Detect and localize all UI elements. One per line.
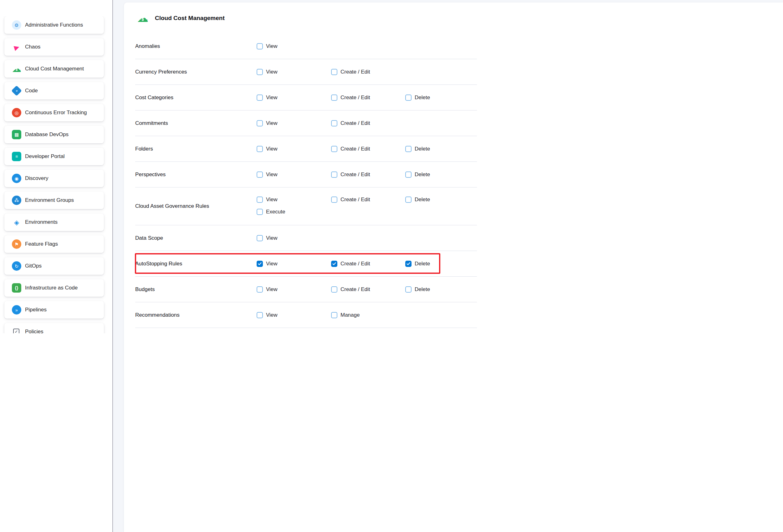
checkbox-unchecked-icon[interactable]: [331, 286, 337, 292]
checkbox-unchecked-icon[interactable]: [405, 171, 411, 178]
pipelines-icon: »: [12, 305, 21, 314]
page-title: Cloud Cost Management: [155, 15, 225, 22]
permission-delete[interactable]: Delete: [405, 261, 477, 267]
infrastructure-as-code-icon: {}: [12, 283, 21, 292]
sidebar-item-environment-groups[interactable]: ⁂Environment Groups: [4, 191, 104, 209]
sidebar-item-continuous-error-tracking[interactable]: ◎Continuous Error Tracking: [4, 104, 104, 121]
sidebar-item-label: Code: [25, 88, 38, 94]
sidebar-item-pipelines[interactable]: »Pipelines: [4, 301, 104, 319]
developer-portal-icon: ≡: [12, 152, 21, 161]
cloud-dollar-icon: ☁ $: [137, 12, 149, 24]
permission-delete[interactable]: Delete: [405, 196, 477, 203]
permission-row-autostopping-rules: AutoStopping RulesViewCreate / EditDelet…: [135, 251, 477, 277]
checkbox-unchecked-icon[interactable]: [257, 235, 263, 241]
permission-row-data-scope: Data ScopeView: [135, 225, 477, 251]
permission-view[interactable]: View: [257, 196, 331, 203]
permission-label: View: [266, 171, 278, 178]
checkbox-unchecked-icon[interactable]: [257, 69, 263, 75]
sidebar-item-infrastructure-as-code[interactable]: {}Infrastructure as Code: [4, 279, 104, 297]
permission-label: View: [266, 43, 278, 50]
checkbox-checked-icon[interactable]: [405, 261, 411, 267]
permission-create-edit[interactable]: Create / Edit: [331, 69, 405, 75]
checkbox-unchecked-icon[interactable]: [257, 43, 263, 50]
checkbox-unchecked-icon[interactable]: [331, 120, 337, 126]
permission-label: Delete: [415, 146, 430, 152]
resource-label: Folders: [135, 146, 257, 152]
permission-cell: Create / Edit: [331, 261, 405, 267]
checkbox-unchecked-icon[interactable]: [257, 95, 263, 101]
permission-cell: Create / Edit: [331, 171, 405, 178]
resource-label: Budgets: [135, 286, 257, 292]
permission-delete[interactable]: Delete: [405, 146, 477, 152]
checkbox-unchecked-icon[interactable]: [405, 146, 411, 152]
permission-view[interactable]: View: [257, 43, 331, 50]
sidebar-item-developer-portal[interactable]: ≡Developer Portal: [4, 148, 104, 165]
permission-view[interactable]: View: [257, 146, 331, 152]
permission-view[interactable]: View: [257, 95, 331, 101]
permission-view[interactable]: View: [257, 171, 331, 178]
permission-create-edit[interactable]: Create / Edit: [331, 95, 405, 101]
permission-view[interactable]: View: [257, 120, 331, 126]
sidebar-item-code[interactable]: ‹/›Code: [4, 82, 104, 99]
permission-cell: View: [257, 261, 331, 267]
checkbox-unchecked-icon[interactable]: [257, 286, 263, 292]
permission-manage[interactable]: Manage: [331, 312, 405, 318]
checkbox-checked-icon[interactable]: [257, 261, 263, 267]
checkbox-unchecked-icon[interactable]: [257, 196, 263, 203]
sidebar-item-chaos[interactable]: ▶Chaos: [4, 38, 104, 56]
checkbox-unchecked-icon[interactable]: [405, 95, 411, 101]
checkbox-unchecked-icon[interactable]: [257, 120, 263, 126]
database-icon: ▤: [12, 130, 21, 139]
policies-checkbox-icon: ✓: [13, 328, 20, 333]
permission-cell: View: [257, 43, 331, 50]
permission-view[interactable]: View: [257, 235, 331, 241]
permission-label: View: [266, 95, 278, 101]
permission-create-edit[interactable]: Create / Edit: [331, 171, 405, 178]
permission-delete[interactable]: Delete: [405, 95, 477, 101]
sidebar-item-gitops[interactable]: ↻GitOps: [4, 257, 104, 275]
checkbox-unchecked-icon[interactable]: [331, 196, 337, 203]
permission-cell: View: [257, 312, 331, 318]
sidebar-item-feature-flags[interactable]: ⚑Feature Flags: [4, 235, 104, 253]
checkbox-unchecked-icon[interactable]: [331, 146, 337, 152]
permission-create-edit[interactable]: Create / Edit: [331, 120, 405, 126]
permission-execute[interactable]: Execute: [257, 209, 331, 215]
checkbox-unchecked-icon[interactable]: [331, 312, 337, 318]
permission-create-edit[interactable]: Create / Edit: [331, 286, 405, 292]
permission-create-edit[interactable]: Create / Edit: [331, 261, 405, 267]
checkbox-unchecked-icon[interactable]: [331, 171, 337, 178]
permission-label: Create / Edit: [341, 95, 370, 101]
permission-cell: Manage: [331, 312, 405, 318]
permission-view[interactable]: View: [257, 261, 331, 267]
permission-delete[interactable]: Delete: [405, 286, 477, 292]
permission-label: Create / Edit: [341, 171, 370, 178]
permission-delete[interactable]: Delete: [405, 171, 477, 178]
checkbox-unchecked-icon[interactable]: [331, 95, 337, 101]
sidebar-item-cloud-cost-management[interactable]: ☁$Cloud Cost Management: [4, 60, 104, 77]
permission-view[interactable]: View: [257, 69, 331, 75]
permission-view[interactable]: View: [257, 286, 331, 292]
permission-create-edit[interactable]: Create / Edit: [331, 196, 405, 203]
permission-view[interactable]: View: [257, 312, 331, 318]
sidebar-item-label: GitOps: [25, 263, 42, 269]
checkbox-unchecked-icon[interactable]: [405, 286, 411, 292]
sidebar-item-policies[interactable]: ✓Policies: [4, 323, 104, 333]
permission-label: Delete: [415, 196, 430, 203]
checkbox-unchecked-icon[interactable]: [257, 146, 263, 152]
sidebar-item-label: Developer Portal: [25, 153, 65, 160]
checkbox-unchecked-icon[interactable]: [257, 171, 263, 178]
checkbox-unchecked-icon[interactable]: [257, 209, 263, 215]
permission-cell: Create / Edit: [331, 187, 405, 203]
main-panel: ☁ $ Cloud Cost Management AnomaliesViewC…: [114, 0, 783, 532]
sidebar-item-database-devops[interactable]: ▤Database DevOps: [4, 126, 104, 143]
checkbox-unchecked-icon[interactable]: [405, 196, 411, 203]
checkbox-unchecked-icon[interactable]: [331, 69, 337, 75]
sidebar-item-discovery[interactable]: ◉Discovery: [4, 169, 104, 187]
sidebar-item-administrative-functions[interactable]: ⚙Administrative Functions: [4, 16, 104, 34]
permission-cell: ViewExecute: [257, 187, 331, 215]
checkbox-unchecked-icon[interactable]: [257, 312, 263, 318]
permission-create-edit[interactable]: Create / Edit: [331, 146, 405, 152]
resource-label: Recommendations: [135, 312, 257, 318]
sidebar-item-environments[interactable]: ◈Environments: [4, 213, 104, 231]
checkbox-checked-icon[interactable]: [331, 261, 337, 267]
